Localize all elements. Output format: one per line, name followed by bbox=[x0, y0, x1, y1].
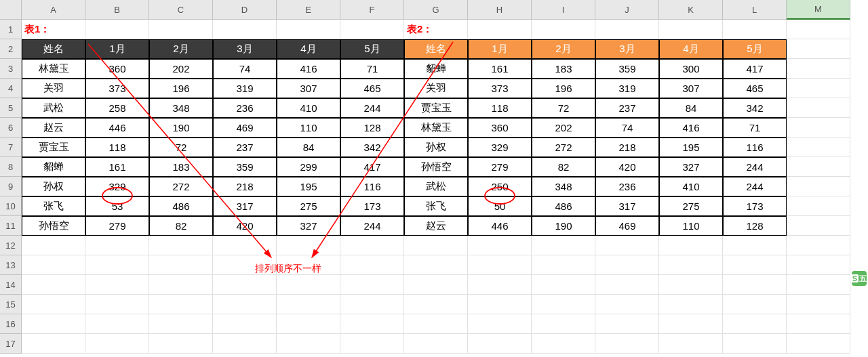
cell-H5[interactable]: 118 bbox=[468, 98, 532, 118]
cell-H2[interactable]: 1月 bbox=[468, 39, 532, 59]
cell-E9[interactable]: 195 bbox=[277, 177, 340, 196]
cell-M15[interactable] bbox=[787, 295, 850, 314]
cell-C15[interactable] bbox=[149, 295, 213, 314]
cell-B15[interactable] bbox=[85, 295, 149, 314]
cell-K4[interactable]: 307 bbox=[659, 79, 723, 98]
col-header-C[interactable]: C bbox=[149, 0, 213, 20]
cell-K6[interactable]: 416 bbox=[659, 118, 723, 138]
cell-C2[interactable]: 2月 bbox=[149, 39, 213, 59]
cell-L1[interactable] bbox=[723, 20, 787, 39]
cell-I15[interactable] bbox=[532, 295, 595, 314]
cell-B6[interactable]: 446 bbox=[85, 118, 149, 138]
cell-A2[interactable]: 姓名 bbox=[22, 39, 85, 59]
cell-M2[interactable] bbox=[787, 39, 850, 59]
cell-B4[interactable]: 373 bbox=[85, 79, 149, 98]
cell-B8[interactable]: 161 bbox=[85, 157, 149, 177]
cell-I13[interactable] bbox=[532, 255, 595, 275]
cell-I14[interactable] bbox=[532, 275, 595, 295]
cell-K1[interactable] bbox=[659, 20, 723, 39]
cell-K17[interactable] bbox=[659, 334, 723, 354]
cell-C14[interactable] bbox=[149, 275, 213, 295]
col-header-I[interactable]: I bbox=[532, 0, 595, 20]
cell-H10[interactable]: 50 bbox=[468, 196, 532, 216]
cell-I2[interactable]: 2月 bbox=[532, 39, 595, 59]
cell-M13[interactable] bbox=[787, 255, 850, 275]
cell-F6[interactable]: 128 bbox=[340, 118, 404, 138]
col-header-K[interactable]: K bbox=[659, 0, 723, 20]
col-header-M[interactable]: M bbox=[787, 0, 850, 20]
cell-F3[interactable]: 71 bbox=[340, 59, 404, 79]
cell-B7[interactable]: 118 bbox=[85, 138, 149, 157]
cell-M16[interactable] bbox=[787, 314, 850, 334]
cell-H16[interactable] bbox=[468, 314, 532, 334]
cell-H14[interactable] bbox=[468, 275, 532, 295]
cell-C9[interactable]: 272 bbox=[149, 177, 213, 196]
cell-C4[interactable]: 196 bbox=[149, 79, 213, 98]
cell-G10[interactable]: 张飞 bbox=[404, 196, 468, 216]
cell-G12[interactable] bbox=[404, 236, 468, 255]
cell-A17[interactable] bbox=[22, 334, 85, 354]
cell-C17[interactable] bbox=[149, 334, 213, 354]
cell-I12[interactable] bbox=[532, 236, 595, 255]
cell-E17[interactable] bbox=[277, 334, 340, 354]
cell-D7[interactable]: 237 bbox=[213, 138, 277, 157]
cell-M8[interactable] bbox=[787, 157, 850, 177]
cell-A14[interactable] bbox=[22, 275, 85, 295]
row-header-16[interactable]: 16 bbox=[0, 314, 22, 334]
cell-E3[interactable]: 416 bbox=[277, 59, 340, 79]
cell-L4[interactable]: 465 bbox=[723, 79, 787, 98]
cell-K16[interactable] bbox=[659, 314, 723, 334]
cell-C1[interactable] bbox=[149, 20, 213, 39]
cell-I4[interactable]: 196 bbox=[532, 79, 595, 98]
cell-F8[interactable]: 417 bbox=[340, 157, 404, 177]
cell-H11[interactable]: 446 bbox=[468, 216, 532, 236]
row-header-6[interactable]: 6 bbox=[0, 118, 22, 138]
row-header-2[interactable]: 2 bbox=[0, 39, 22, 59]
cell-E7[interactable]: 84 bbox=[277, 138, 340, 157]
cell-I5[interactable]: 72 bbox=[532, 98, 595, 118]
row-header-3[interactable]: 3 bbox=[0, 59, 22, 79]
cell-G9[interactable]: 武松 bbox=[404, 177, 468, 196]
cell-K10[interactable]: 275 bbox=[659, 196, 723, 216]
cell-K9[interactable]: 410 bbox=[659, 177, 723, 196]
cell-E5[interactable]: 410 bbox=[277, 98, 340, 118]
cell-E11[interactable]: 327 bbox=[277, 216, 340, 236]
row-header-8[interactable]: 8 bbox=[0, 157, 22, 177]
col-header-F[interactable]: F bbox=[340, 0, 404, 20]
cell-F15[interactable] bbox=[340, 295, 404, 314]
cell-I11[interactable]: 190 bbox=[532, 216, 595, 236]
cell-D17[interactable] bbox=[213, 334, 277, 354]
cell-G15[interactable] bbox=[404, 295, 468, 314]
cell-D8[interactable]: 359 bbox=[213, 157, 277, 177]
cell-B11[interactable]: 279 bbox=[85, 216, 149, 236]
cell-L3[interactable]: 417 bbox=[723, 59, 787, 79]
row-header-17[interactable]: 17 bbox=[0, 334, 22, 354]
cell-C5[interactable]: 348 bbox=[149, 98, 213, 118]
cell-C6[interactable]: 190 bbox=[149, 118, 213, 138]
cell-M9[interactable] bbox=[787, 177, 850, 196]
cell-B12[interactable] bbox=[85, 236, 149, 255]
col-header-H[interactable]: H bbox=[468, 0, 532, 20]
cell-J7[interactable]: 218 bbox=[595, 138, 659, 157]
cell-E10[interactable]: 275 bbox=[277, 196, 340, 216]
cell-K13[interactable] bbox=[659, 255, 723, 275]
cell-C16[interactable] bbox=[149, 314, 213, 334]
cell-A12[interactable] bbox=[22, 236, 85, 255]
cell-K3[interactable]: 300 bbox=[659, 59, 723, 79]
cell-D11[interactable]: 420 bbox=[213, 216, 277, 236]
row-header-14[interactable]: 14 bbox=[0, 275, 22, 295]
cell-L9[interactable]: 244 bbox=[723, 177, 787, 196]
cell-L2[interactable]: 5月 bbox=[723, 39, 787, 59]
col-header-A[interactable]: A bbox=[22, 0, 85, 20]
cell-A1[interactable]: 表1： bbox=[22, 20, 85, 39]
cell-I10[interactable]: 486 bbox=[532, 196, 595, 216]
cell-J13[interactable] bbox=[595, 255, 659, 275]
cell-L11[interactable]: 128 bbox=[723, 216, 787, 236]
col-header-D[interactable]: D bbox=[213, 0, 277, 20]
cell-M12[interactable] bbox=[787, 236, 850, 255]
row-header-5[interactable]: 5 bbox=[0, 98, 22, 118]
cell-H4[interactable]: 373 bbox=[468, 79, 532, 98]
cell-D14[interactable] bbox=[213, 275, 277, 295]
cell-E1[interactable] bbox=[277, 20, 340, 39]
cell-B17[interactable] bbox=[85, 334, 149, 354]
